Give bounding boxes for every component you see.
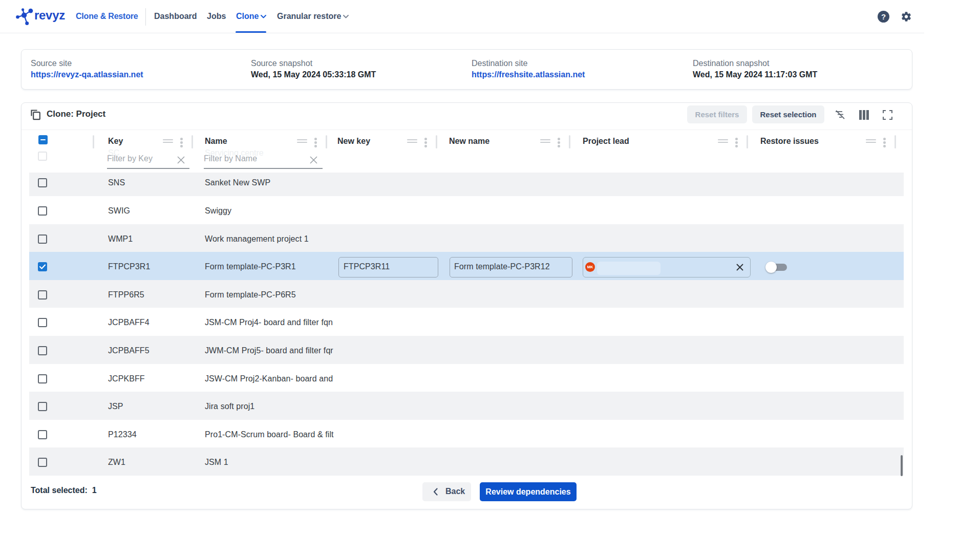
svg-text:?: ? <box>881 12 886 21</box>
